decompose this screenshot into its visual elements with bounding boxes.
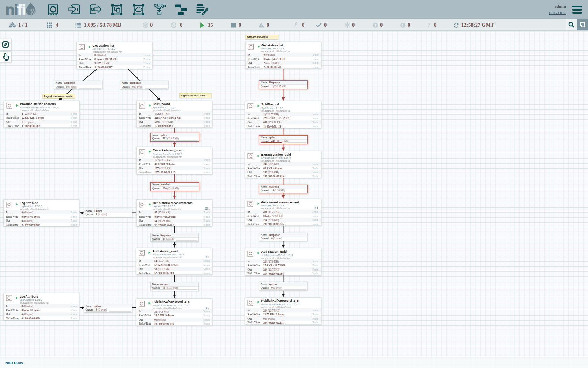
svg-text:ni: ni xyxy=(6,1,18,18)
svg-text:fi: fi xyxy=(17,1,26,18)
